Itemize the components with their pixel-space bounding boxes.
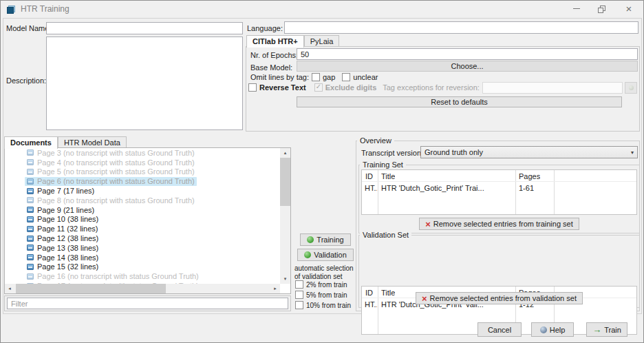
window-title: HTR Training xyxy=(21,4,69,14)
gap-checkbox[interactable] xyxy=(312,73,320,81)
base-model-label: Base Model: xyxy=(250,63,292,72)
page-icon xyxy=(27,273,34,280)
maximize-button[interactable] xyxy=(590,1,613,17)
page-icon xyxy=(27,264,34,270)
training-set-table: ID Title Pages HT... HTR 'Dutch_Gotic_Pr… xyxy=(361,169,637,215)
column-header-title[interactable]: Title xyxy=(381,172,395,180)
page-icon xyxy=(27,216,34,222)
list-item[interactable]: Page 12 (38 lines) xyxy=(5,233,279,243)
exclude-digits-checkbox xyxy=(314,83,323,92)
train-button[interactable]: → Train xyxy=(586,322,627,337)
tag-exceptions-dropdown-button xyxy=(625,82,637,94)
cancel-button[interactable]: Cancel xyxy=(477,322,522,337)
doc-label: Page 3 (no transcript with status Ground… xyxy=(37,149,195,157)
language-input[interactable] xyxy=(284,21,638,34)
unclear-label[interactable]: unclear xyxy=(353,73,378,81)
column-header-pages[interactable]: Pages xyxy=(519,172,540,180)
scrollbar-thumb[interactable] xyxy=(280,158,290,206)
transcript-version-label: Transcript version xyxy=(361,149,421,157)
epochs-input[interactable] xyxy=(297,48,638,60)
horizontal-scrollbar[interactable]: ◂ ▸ xyxy=(5,284,280,293)
list-item[interactable]: Page 4 (no transcript with status Ground… xyxy=(5,158,279,167)
doc-label: Page 10 (38 lines) xyxy=(37,215,98,223)
help-button[interactable]: Help xyxy=(531,322,574,337)
train-arrow-icon: → xyxy=(592,326,601,333)
minimize-icon xyxy=(573,8,580,9)
remove-from-validation-button[interactable]: × Remove selected entries from validatio… xyxy=(416,292,583,304)
filter-input[interactable] xyxy=(7,298,288,309)
gap-label[interactable]: gap xyxy=(323,73,335,81)
close-icon: × xyxy=(626,3,632,14)
disabled-add-icon xyxy=(629,85,634,90)
doc-label: Page 5 (no transcript with status Ground… xyxy=(37,167,195,176)
list-item[interactable]: Page 6 (no transcript with status Ground… xyxy=(5,176,279,186)
minimize-button[interactable] xyxy=(565,1,588,17)
close-button[interactable]: × xyxy=(616,1,642,17)
list-item[interactable]: Page 14 (38 lines) xyxy=(5,253,279,262)
list-item[interactable]: Page 8 (no transcript with status Ground… xyxy=(5,196,279,205)
column-header-id[interactable]: ID xyxy=(365,172,373,180)
cell-id: HT... xyxy=(365,184,377,192)
tab-htr-model-data[interactable]: HTR Model Data xyxy=(58,136,127,149)
list-item[interactable]: Page 9 (21 lines) xyxy=(5,205,279,215)
scrollbar-down-button[interactable]: ▾ xyxy=(280,274,290,284)
model-name-input[interactable] xyxy=(46,22,243,34)
add-icon xyxy=(304,251,311,258)
reverse-text-checkbox[interactable] xyxy=(248,83,257,92)
page-icon xyxy=(27,159,34,165)
list-item[interactable]: Page 11 (32 lines) xyxy=(5,224,279,233)
unclear-checkbox[interactable] xyxy=(342,73,350,81)
chevron-down-icon: ▾ xyxy=(631,149,634,156)
validation-set-title: Validation Set xyxy=(360,231,411,239)
scrollbar-up-button[interactable]: ▴ xyxy=(280,148,290,158)
list-item[interactable]: Page 3 (no transcript with status Ground… xyxy=(5,148,279,158)
help-icon xyxy=(540,326,547,333)
language-label: Language: xyxy=(247,24,283,32)
transcript-version-value: Ground truth only xyxy=(425,148,483,156)
scrollbar-left-button[interactable]: ◂ xyxy=(5,284,14,293)
page-icon xyxy=(27,197,34,203)
titlebar[interactable]: HTR Training xyxy=(1,1,643,17)
choose-button[interactable]: Choose... xyxy=(297,61,638,72)
transcript-version-dropdown[interactable]: Ground truth only ▾ xyxy=(420,146,638,158)
epochs-label: Nr. of Epochs: xyxy=(250,51,298,59)
training-set-title: Training Set xyxy=(360,160,406,169)
page-icon xyxy=(27,226,34,232)
page-icon xyxy=(27,178,34,185)
add-icon xyxy=(307,236,314,243)
list-item[interactable]: Page 16 (no transcript with status Groun… xyxy=(5,271,279,281)
doc-label: Page 14 (38 lines) xyxy=(37,253,98,262)
omit-lines-row: Omit lines by tag: gap unclear xyxy=(250,72,378,82)
scrollbar-right-button[interactable]: ▸ xyxy=(270,284,280,293)
documents-list: Page 3 (no transcript with status Ground… xyxy=(5,148,279,284)
doc-label: Page 6 (no transcript with status Ground… xyxy=(37,177,195,185)
cell-title: HTR 'Dutch_Gotic_Print' Trai... xyxy=(381,184,513,192)
option-2pct-row[interactable]: 2% from train xyxy=(295,280,347,289)
h-scrollbar-thumb[interactable] xyxy=(16,284,166,293)
reset-defaults-button[interactable]: Reset to defaults xyxy=(297,96,622,107)
list-item[interactable]: Page 10 (38 lines) xyxy=(5,215,279,225)
list-item[interactable]: Page 13 (38 lines) xyxy=(5,243,279,253)
doc-label: Page 11 (32 lines) xyxy=(37,225,98,233)
vertical-scrollbar[interactable]: ▴ ▾ xyxy=(280,148,290,284)
list-item[interactable]: Page 5 (no transcript with status Ground… xyxy=(5,167,279,177)
reverse-text-label[interactable]: Reverse Text xyxy=(259,83,306,92)
option-10pct-row[interactable]: 10% from train xyxy=(295,301,351,309)
list-item[interactable]: Page 15 (32 lines) xyxy=(5,262,279,272)
add-to-training-button[interactable]: Training xyxy=(300,233,350,246)
remove-from-training-button[interactable]: × Remove selected entries from training … xyxy=(419,218,579,230)
tab-pylaia[interactable]: PyLaia xyxy=(304,35,340,48)
remove-icon: × xyxy=(425,220,431,228)
page-icon xyxy=(27,236,34,242)
option-5pct-row[interactable]: 5% from train xyxy=(295,291,347,299)
doc-label: Page 9 (21 lines) xyxy=(37,206,94,214)
tab-citlab-htr[interactable]: CITlab HTR+ xyxy=(246,35,304,48)
doc-label: Page 7 (17 lines) xyxy=(37,187,94,195)
description-textarea[interactable] xyxy=(46,37,243,130)
engine-tabbar: CITlab HTR+PyLaia xyxy=(246,34,339,48)
tab-documents[interactable]: Documents xyxy=(4,136,58,149)
list-item[interactable]: Page 7 (17 lines) xyxy=(5,186,279,196)
add-to-validation-button[interactable]: Validation xyxy=(297,249,354,261)
cell-pages: 1-61 xyxy=(519,184,534,192)
tag-exceptions-label: Tag exceptions for reversion: xyxy=(383,83,480,92)
